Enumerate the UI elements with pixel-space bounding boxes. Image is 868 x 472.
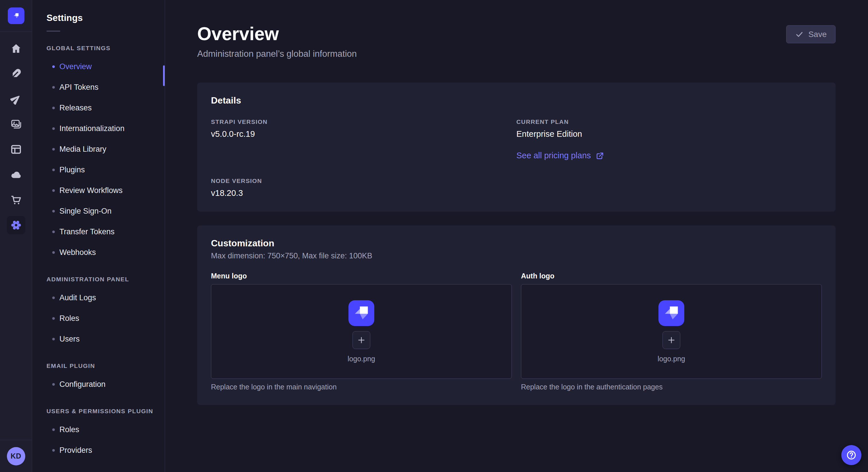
- layout-icon: [10, 144, 22, 155]
- bullet-icon: [52, 148, 55, 150]
- sidebar-item-overview[interactable]: Overview: [32, 56, 165, 77]
- page-subtitle: Administration panel’s global informatio…: [197, 49, 357, 59]
- sidebar-item-up-roles[interactable]: Roles: [32, 419, 165, 440]
- sidebar-item-up-providers[interactable]: Providers: [32, 440, 165, 461]
- bullet-icon: [52, 317, 55, 320]
- auth-logo-preview: [658, 300, 684, 326]
- bullet-icon: [52, 127, 55, 130]
- customization-heading: Customization: [211, 238, 822, 248]
- cart-icon: [10, 194, 22, 206]
- sidebar-item-label: Single Sign-On: [59, 207, 112, 216]
- home-nav-button[interactable]: [0, 36, 32, 61]
- subnav-title: Settings: [46, 12, 165, 23]
- strapi-mark-icon: [11, 11, 21, 21]
- bullet-icon: [52, 65, 55, 68]
- customization-card: Customization Max dimension: 750×750, Ma…: [197, 225, 836, 405]
- menu-logo-add-button[interactable]: [352, 331, 370, 349]
- sidebar-item-api-tokens[interactable]: API Tokens: [32, 77, 165, 98]
- auth-logo-field: Auth logo: [521, 272, 822, 391]
- sidebar-item-label: Releases: [59, 103, 92, 112]
- help-button[interactable]: [841, 445, 861, 465]
- home-icon: [10, 43, 22, 54]
- gear-icon: [10, 220, 22, 231]
- global-settings-list: Overview API Tokens Releases Internation…: [32, 56, 165, 263]
- menu-logo-filename: logo.png: [348, 355, 375, 363]
- content-manager-nav-button[interactable]: [0, 61, 32, 86]
- strapi-mark-icon: [348, 300, 374, 326]
- feather-icon: [10, 68, 22, 79]
- rail-bottom-area: KD: [0, 440, 32, 472]
- main-nav-rail: KD: [0, 0, 32, 472]
- sidebar-item-webhooks[interactable]: Webhooks: [32, 242, 165, 263]
- auth-logo-add-button[interactable]: [662, 331, 680, 349]
- details-card: Details STRAPI VERSION v5.0.0-rc.19 CURR…: [197, 82, 836, 212]
- strapi-mark-icon: [658, 300, 684, 326]
- page-header: Overview Administration panel’s global i…: [197, 0, 836, 59]
- bullet-icon: [52, 169, 55, 171]
- sidebar-item-label: Overview: [59, 62, 92, 71]
- strapi-logo[interactable]: [8, 7, 24, 24]
- deploy-cloud-nav-button[interactable]: [0, 162, 32, 187]
- current-plan-value: Enterprise Edition: [516, 129, 822, 139]
- sidebar-item-label: Providers: [59, 446, 92, 455]
- content-type-builder-nav-button[interactable]: [0, 137, 32, 162]
- marketplace-nav-button[interactable]: [0, 187, 32, 212]
- bullet-icon: [52, 210, 55, 212]
- sidebar-item-label: Transfer Tokens: [59, 227, 115, 236]
- bullet-icon: [52, 297, 55, 299]
- bullet-icon: [52, 338, 55, 340]
- question-mark-icon: [846, 450, 857, 461]
- app-root: KD Settings GLOBAL SETTINGS Overview API…: [0, 0, 868, 472]
- details-grid-spacer: [516, 177, 822, 198]
- sidebar-item-label: Roles: [59, 425, 79, 434]
- sidebar-item-label: Internationalization: [59, 124, 125, 133]
- sidebar-item-email-configuration[interactable]: Configuration: [32, 374, 165, 395]
- auth-logo-filename: logo.png: [658, 355, 685, 363]
- main-content: Overview Administration panel’s global i…: [165, 0, 868, 472]
- menu-logo-field: Menu logo: [211, 272, 512, 391]
- node-version-value: v18.20.3: [211, 189, 516, 198]
- sidebar-item-plugins[interactable]: Plugins: [32, 160, 165, 180]
- section-label-administration-panel: ADMINISTRATION PANEL: [46, 276, 165, 283]
- strapi-version-field: STRAPI VERSION v5.0.0-rc.19: [211, 119, 516, 160]
- releases-nav-button[interactable]: [0, 86, 32, 111]
- plus-icon: [667, 336, 676, 344]
- strapi-version-value: v5.0.0-rc.19: [211, 129, 516, 139]
- menu-logo-upload-area[interactable]: logo.png: [211, 284, 512, 379]
- sidebar-item-single-sign-on[interactable]: Single Sign-On: [32, 201, 165, 222]
- sidebar-item-label: Roles: [59, 314, 79, 323]
- save-button-label: Save: [808, 30, 827, 39]
- auth-logo-upload-area[interactable]: logo.png: [521, 284, 822, 379]
- bullet-icon: [52, 383, 55, 386]
- sidebar-item-admin-roles[interactable]: Roles: [32, 308, 165, 329]
- current-plan-field: CURRENT PLAN Enterprise Edition See all …: [516, 119, 822, 160]
- sidebar-item-label: Plugins: [59, 165, 85, 174]
- details-heading: Details: [211, 95, 822, 106]
- check-icon: [795, 30, 804, 39]
- settings-subnav: Settings GLOBAL SETTINGS Overview API To…: [32, 0, 165, 472]
- sidebar-item-media-library[interactable]: Media Library: [32, 139, 165, 160]
- sidebar-item-releases[interactable]: Releases: [32, 98, 165, 118]
- avatar-initials: KD: [11, 452, 21, 460]
- users-permissions-list: Roles Providers: [32, 419, 165, 461]
- media-library-nav-button[interactable]: [0, 111, 32, 137]
- rail-nav-items: [0, 32, 32, 238]
- subnav-scroll-indicator: [163, 65, 165, 86]
- settings-active-highlight: [7, 216, 25, 234]
- media-icon: [10, 119, 22, 130]
- current-plan-label: CURRENT PLAN: [516, 119, 822, 125]
- sidebar-item-review-workflows[interactable]: Review Workflows: [32, 180, 165, 201]
- save-button[interactable]: Save: [786, 25, 836, 43]
- sidebar-item-admin-users[interactable]: Users: [32, 329, 165, 349]
- sidebar-item-transfer-tokens[interactable]: Transfer Tokens: [32, 222, 165, 242]
- sidebar-item-label: API Tokens: [59, 83, 98, 92]
- user-avatar[interactable]: KD: [7, 447, 25, 465]
- sidebar-item-audit-logs[interactable]: Audit Logs: [32, 287, 165, 308]
- bullet-icon: [52, 189, 55, 192]
- bullet-icon: [52, 429, 55, 431]
- pricing-plans-link[interactable]: See all pricing plans: [516, 151, 604, 160]
- sidebar-item-internationalization[interactable]: Internationalization: [32, 118, 165, 139]
- details-grid: STRAPI VERSION v5.0.0-rc.19 CURRENT PLAN…: [211, 119, 822, 198]
- settings-nav-button[interactable]: [0, 212, 32, 238]
- workspace-logo-area: [0, 0, 32, 32]
